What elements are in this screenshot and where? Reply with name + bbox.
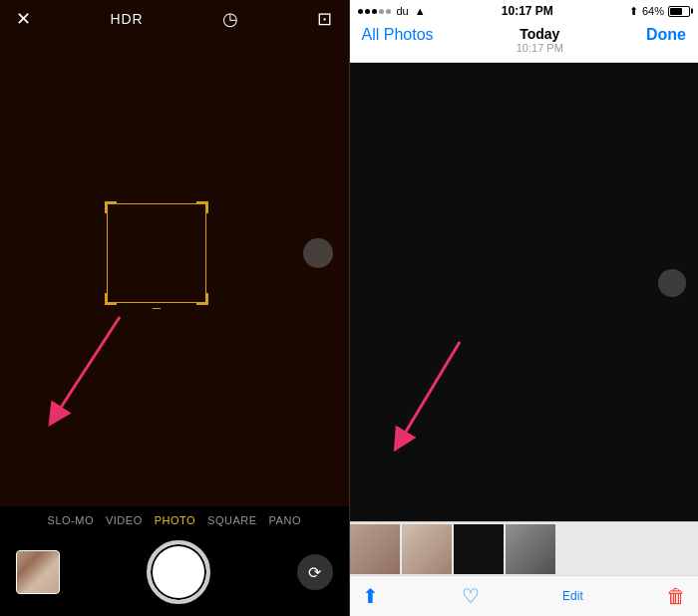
dot3 bbox=[372, 9, 377, 14]
mode-pano[interactable]: PANO bbox=[269, 514, 301, 526]
photos-header: All Photos Today 10:17 PM Done bbox=[350, 22, 699, 63]
corner-br bbox=[196, 293, 208, 305]
signal-dots bbox=[358, 9, 391, 14]
last-photo-thumbnail[interactable] bbox=[16, 550, 60, 594]
dot4 bbox=[379, 9, 384, 14]
focus-square bbox=[107, 203, 206, 303]
carrier-name: du bbox=[397, 5, 409, 17]
header-center: Today 10:17 PM bbox=[517, 26, 563, 54]
camera-switch-button[interactable]: ⟳ bbox=[297, 554, 333, 590]
edit-button[interactable]: Edit bbox=[562, 589, 583, 603]
camera-top-bar: ✕ HDR ◷ ⊡ bbox=[0, 0, 349, 38]
status-left: du ▲ bbox=[358, 5, 426, 17]
dot5 bbox=[386, 9, 391, 14]
battery-fill bbox=[670, 8, 682, 15]
delete-button[interactable]: 🗑 bbox=[666, 585, 686, 608]
annotation-arrow-right bbox=[370, 332, 490, 462]
hdr-label: HDR bbox=[110, 11, 143, 27]
trash-icon: 🗑 bbox=[666, 585, 686, 608]
like-button[interactable]: ♡ bbox=[462, 584, 480, 608]
camera-panel: ✕ HDR ◷ ⊡ SLO-MO VIDEO PHOT bbox=[0, 0, 349, 616]
film-item-3[interactable] bbox=[454, 524, 504, 574]
camera-bottom-bar: ⟳ bbox=[0, 530, 349, 616]
film-item-2[interactable] bbox=[402, 524, 452, 574]
shutter-button[interactable] bbox=[147, 540, 210, 604]
done-button[interactable]: Done bbox=[646, 26, 686, 44]
photos-toolbar: ⬆ ♡ Edit 🗑 bbox=[350, 575, 699, 616]
status-right: ⬆ 64% bbox=[629, 5, 690, 18]
status-bar: du ▲ 10:17 PM ⬆ 64% bbox=[350, 0, 699, 22]
all-photos-button[interactable]: All Photos bbox=[362, 26, 434, 44]
svg-line-0 bbox=[55, 317, 120, 417]
location-icon: ⬆ bbox=[629, 5, 638, 18]
camera-modes: SLO-MO VIDEO PHOTO SQUARE PANO bbox=[0, 506, 349, 530]
header-today-label: Today bbox=[517, 26, 563, 42]
corner-tr bbox=[196, 201, 208, 213]
edit-label: Edit bbox=[562, 589, 583, 603]
focus-tick bbox=[153, 308, 161, 310]
share-icon: ⬆ bbox=[362, 584, 379, 608]
photo-main-view[interactable] bbox=[350, 63, 699, 521]
mode-square[interactable]: SQUARE bbox=[207, 514, 256, 526]
share-button[interactable]: ⬆ bbox=[362, 584, 379, 608]
dot1 bbox=[358, 9, 363, 14]
corner-bl bbox=[105, 293, 117, 305]
annotation-arrow-left bbox=[30, 307, 160, 437]
film-item-4[interactable] bbox=[506, 524, 555, 574]
corner-tl bbox=[105, 201, 117, 213]
exposure-slider[interactable] bbox=[303, 238, 333, 268]
heart-icon: ♡ bbox=[462, 584, 480, 608]
flash-button[interactable]: ✕ bbox=[16, 8, 31, 30]
photo-display-area bbox=[350, 63, 699, 521]
mode-slomo[interactable]: SLO-MO bbox=[48, 514, 94, 526]
dot2 bbox=[365, 9, 370, 14]
film-item-1[interactable] bbox=[350, 524, 400, 574]
film-strip bbox=[350, 521, 699, 575]
battery-percent: 64% bbox=[642, 5, 664, 17]
mode-photo[interactable]: PHOTO bbox=[155, 514, 195, 526]
camera-viewfinder[interactable] bbox=[0, 0, 349, 506]
svg-line-1 bbox=[400, 342, 460, 442]
mode-video[interactable]: VIDEO bbox=[106, 514, 143, 526]
photos-panel: du ▲ 10:17 PM ⬆ 64% All Photos Today 10:… bbox=[350, 0, 699, 616]
flip-camera-button[interactable]: ⊡ bbox=[317, 8, 332, 30]
battery-icon bbox=[668, 6, 690, 17]
header-today-time: 10:17 PM bbox=[517, 42, 563, 54]
status-time: 10:17 PM bbox=[502, 4, 553, 18]
timer-button[interactable]: ◷ bbox=[222, 8, 238, 30]
photo-exposure-circle bbox=[658, 269, 686, 297]
camera-switch-icon: ⟳ bbox=[308, 563, 321, 582]
wifi-icon: ▲ bbox=[415, 5, 426, 17]
